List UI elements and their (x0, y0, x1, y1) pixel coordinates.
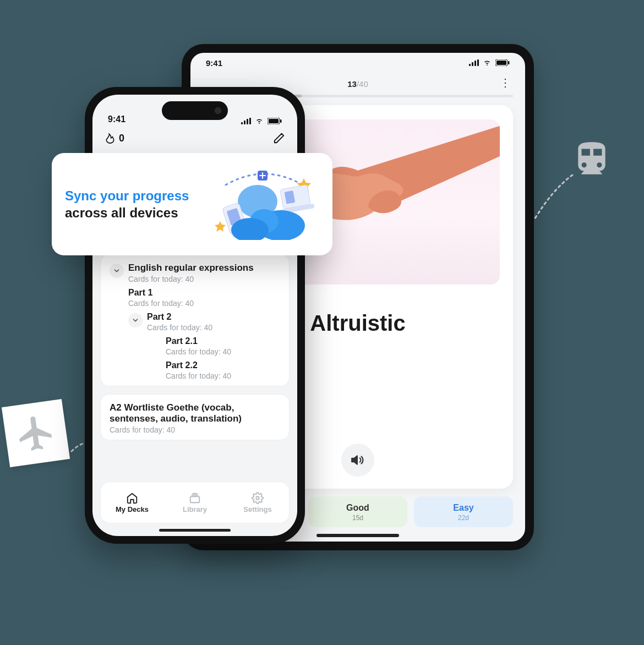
home-indicator (159, 529, 231, 532)
wifi-icon (254, 118, 264, 124)
svg-rect-5 (496, 61, 506, 65)
rating-easy-label: Easy (453, 503, 473, 512)
svg-rect-8 (244, 121, 245, 124)
svg-rect-2 (474, 61, 476, 66)
nav-my-decks[interactable]: My Decks (101, 482, 163, 523)
nav-label: Settings (243, 505, 271, 513)
rating-good-label: Good (346, 503, 369, 512)
wifi-icon (482, 59, 492, 66)
sync-promo-card[interactable]: Sync your progress across all devices (52, 153, 332, 255)
flashcard-word: Altruistic (310, 311, 405, 336)
card-counter-total: /40 (357, 79, 368, 89)
streak-count: 0 (119, 133, 124, 144)
svg-rect-7 (241, 122, 243, 124)
speaker-icon (351, 453, 365, 467)
camera-dot (215, 107, 221, 114)
deck-item[interactable]: A2 Wortliste Goethe (vocab, sentenses, a… (100, 394, 290, 440)
promo-text: Sync your progress across all devices (65, 187, 200, 221)
battery-icon (495, 59, 510, 66)
card-counter-current: 13 (347, 79, 357, 89)
deck-subtitle: Cards for today: 40 (128, 299, 280, 308)
deck-list[interactable]: English regular expressions Cards for to… (92, 254, 297, 482)
svg-rect-1 (472, 62, 473, 66)
promo-line1: Sync your progress (65, 188, 189, 203)
play-audio-button[interactable] (341, 444, 374, 477)
decks-topbar: 0 (92, 127, 297, 150)
promo-line2: across all devices (65, 205, 178, 220)
deck-title: Part 1 (128, 288, 280, 298)
deck-subitem[interactable]: Part 1 Cards for today: 40 (128, 288, 280, 308)
deck-subtitle: Cards for today: 40 (128, 275, 254, 283)
streak-indicator[interactable]: 0 (105, 133, 124, 144)
statusbar-indicators (469, 59, 510, 66)
train-decoration (571, 139, 612, 179)
statusbar-indicators (241, 118, 282, 124)
nav-library[interactable]: Library (163, 482, 226, 523)
deck-subitem[interactable]: Part 2.1 Cards for today: 40 (166, 336, 280, 356)
deck-subitem[interactable]: Part 2 Cards for today: 40 (128, 312, 280, 332)
nav-label: Library (183, 505, 207, 513)
deck-subtitle: Cards for today: 40 (110, 425, 280, 434)
rating-good-sub: 15d (312, 514, 404, 522)
rating-good-button[interactable]: Good 15d (308, 496, 407, 527)
dynamic-island (162, 101, 228, 120)
deck-title: Part 2.2 (166, 360, 280, 370)
battery-icon (268, 118, 282, 124)
edit-button[interactable] (273, 132, 285, 144)
chevron-down-icon (132, 316, 139, 324)
svg-rect-13 (280, 119, 282, 123)
home-indicator (316, 534, 399, 537)
expand-toggle[interactable] (128, 313, 143, 327)
plane-icon (13, 410, 59, 456)
expand-toggle[interactable] (110, 264, 124, 278)
nav-label: My Decks (116, 505, 149, 513)
svg-rect-12 (269, 119, 279, 123)
bottom-nav: My Decks Library Settings (100, 482, 290, 523)
signal-icon (469, 59, 479, 66)
promo-illustration (209, 168, 319, 240)
svg-rect-6 (508, 61, 510, 64)
deck-subtitle: Cards for today: 40 (166, 371, 280, 380)
gear-icon (252, 492, 264, 504)
deck-subitem[interactable]: Part 2.2 Cards for today: 40 (166, 360, 280, 380)
deck-title: English regular expressions (128, 263, 254, 274)
library-icon (189, 492, 201, 504)
statusbar: 9:41 (190, 53, 525, 73)
deck-subtitle: Cards for today: 40 (147, 323, 212, 332)
deck-title: A2 Wortliste Goethe (vocab, sentenses, a… (110, 402, 280, 424)
svg-rect-14 (190, 496, 200, 502)
svg-rect-0 (469, 64, 471, 66)
deck-subtitle: Cards for today: 40 (166, 347, 280, 356)
dashed-path (531, 173, 575, 222)
deck-title: Part 2 (147, 312, 212, 322)
deck-item[interactable]: English regular expressions Cards for to… (100, 254, 290, 386)
svg-rect-10 (249, 118, 251, 124)
rating-easy-sub: 22d (417, 514, 510, 522)
fire-icon (105, 133, 116, 144)
statusbar-time: 9:41 (206, 58, 222, 68)
more-menu-button[interactable]: ⋮ (500, 77, 511, 88)
deck-title: Part 2.1 (166, 336, 280, 346)
rating-easy-button[interactable]: Easy 22d (414, 496, 513, 527)
statusbar-time: 9:41 (108, 114, 125, 124)
chevron-down-icon (113, 267, 121, 275)
pencil-icon (273, 132, 285, 144)
nav-settings[interactable]: Settings (226, 482, 289, 523)
train-icon (571, 139, 612, 179)
plane-decoration-tile (2, 399, 70, 467)
signal-icon (241, 118, 251, 124)
home-icon (126, 492, 138, 504)
svg-rect-3 (477, 59, 479, 66)
svg-point-15 (256, 496, 259, 500)
svg-rect-9 (247, 119, 248, 124)
